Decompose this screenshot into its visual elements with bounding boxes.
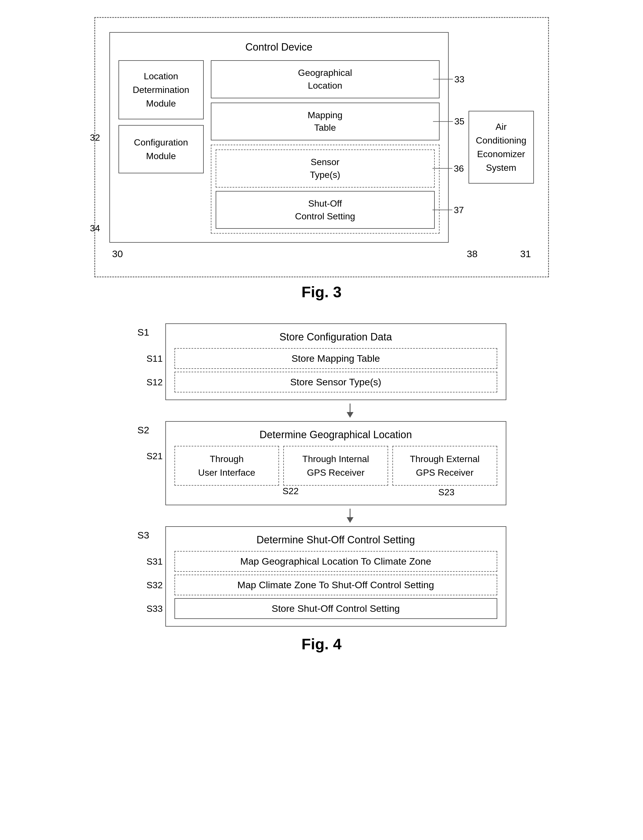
fig3-container: Control Device Location Determination Mo… — [66, 17, 578, 301]
s22-label: S22 — [282, 484, 299, 498]
s32-box: Map Climate Zone To Shut-Off Control Set… — [175, 574, 497, 595]
s2-label: S2 — [137, 424, 149, 435]
s31-box: Map Geographical Location To Climate Zon… — [175, 551, 497, 572]
s11-box: Store Mapping Table S11 — [175, 348, 497, 369]
s1-block: Store Configuration Data Store Mapping T… — [137, 323, 506, 400]
ref-38-label: 38 — [467, 248, 478, 259]
arrow-1 — [165, 400, 535, 421]
s2-outer: Determine Geographical Location Through … — [165, 421, 506, 505]
page-container: Control Device Location Determination Mo… — [66, 17, 578, 653]
s1-label: S1 — [137, 327, 149, 338]
fig3-outer-boundary: Control Device Location Determination Mo… — [94, 17, 549, 277]
s33-label: S33 — [147, 603, 163, 614]
location-determination-module: Location Determination Module — [119, 60, 204, 119]
fig4-container: Store Configuration Data Store Mapping T… — [66, 323, 578, 653]
fig3-modules-col: Location Determination Module Configurat… — [119, 60, 204, 233]
fig3-main-row: Location Determination Module Configurat… — [119, 60, 439, 233]
s3-label: S3 — [137, 530, 149, 541]
s21-label: S21 — [147, 449, 163, 463]
svg-marker-3 — [347, 517, 354, 523]
s21-box: Through User Interface S21 — [175, 446, 279, 486]
configuration-module: Configuration Module — [119, 125, 204, 173]
s31-label: S31 — [147, 556, 163, 567]
sensor-types-box: Sensor Type(s) 36 — [215, 150, 435, 188]
ref-32-label: 32 — [90, 132, 100, 143]
s23-label-area: S23 — [175, 487, 497, 497]
s1-title: Store Configuration Data — [175, 331, 497, 343]
s2-block: Determine Geographical Location Through … — [137, 421, 506, 505]
control-device-box: Control Device Location Determination Mo… — [109, 32, 449, 243]
svg-marker-1 — [347, 412, 354, 418]
s3-block: Determine Shut-Off Control Setting Map G… — [137, 526, 506, 626]
fig3-data-col: Geographical Location 33 Mapping Table — [211, 60, 439, 233]
fig4-caption: Fig. 4 — [302, 635, 341, 653]
ref-30-label: 30 — [112, 248, 123, 259]
shutoff-control-setting-box: Shut-Off Control Setting 37 — [215, 191, 435, 229]
s2-title: Determine Geographical Location — [175, 429, 497, 441]
ref-36: 36 — [454, 162, 464, 175]
ref-35: 35 — [454, 115, 465, 128]
s22-box: Through Internal GPS Receiver S22 — [283, 446, 388, 486]
fig3-bottom-labels: 30 38 31 — [109, 248, 534, 259]
s1-outer: Store Configuration Data Store Mapping T… — [165, 323, 506, 400]
control-device-title: Control Device — [119, 41, 439, 53]
ace-system-box: Air Conditioning Economizer System — [468, 111, 534, 184]
s2-three-cols: Through User Interface S21 Through Inter… — [175, 446, 497, 486]
ref-37: 37 — [454, 204, 464, 216]
s23-label: S23 — [438, 487, 455, 497]
s32-label: S32 — [147, 580, 163, 590]
arrow-2 — [165, 505, 535, 526]
arrow-down-icon-2 — [344, 509, 356, 523]
mapping-table-box: Mapping Table 35 — [211, 103, 439, 141]
ref-33: 33 — [454, 73, 465, 86]
fig3-caption: Fig. 3 — [302, 283, 341, 301]
geographical-location-box: Geographical Location 33 — [211, 60, 439, 98]
arrow-down-icon — [344, 403, 356, 418]
s12-label: S12 — [147, 377, 163, 387]
s11-label: S11 — [147, 353, 163, 364]
s12-box: Store Sensor Type(s) S12 — [175, 372, 497, 392]
ref-31-label: 31 — [520, 248, 531, 259]
dashed-group: Sensor Type(s) 36 Shut-Off Control Setti… — [211, 145, 439, 233]
s3-title: Determine Shut-Off Control Setting — [175, 534, 497, 546]
fig4-diagram: Store Configuration Data Store Mapping T… — [137, 323, 506, 626]
ref-34-label: 34 — [90, 223, 100, 233]
s23-box: Through External GPS Receiver — [392, 446, 497, 486]
fig3-wrapper: Control Device Location Determination Mo… — [94, 17, 549, 277]
s33-box: Store Shut-Off Control Setting S33 — [175, 598, 497, 619]
s3-outer: Determine Shut-Off Control Setting Map G… — [165, 526, 506, 626]
